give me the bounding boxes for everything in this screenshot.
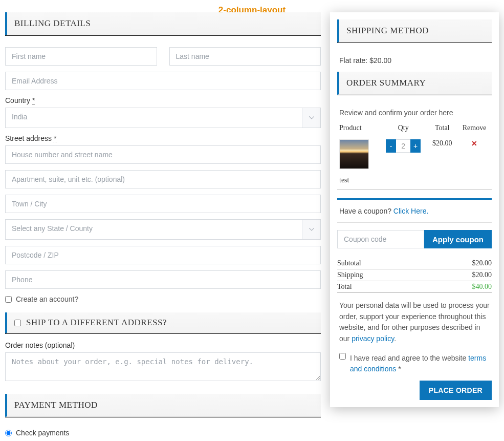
total-label: Total (337, 283, 352, 291)
divider (5, 417, 321, 417)
totals-block: Subtotal$20.00 Shipping$20.00 Total$40.0… (337, 258, 492, 293)
billing-column: BILLING DETAILS Country * India Street a… (5, 12, 321, 441)
country-select-value: India (6, 108, 302, 128)
col-qty: Qty (379, 119, 427, 137)
street-label: Street address * (5, 134, 321, 142)
privacy-note: Your personal data will be used to proce… (337, 293, 492, 347)
qty-minus-button[interactable]: - (386, 139, 396, 153)
chevron-down-icon (302, 220, 320, 239)
state-select[interactable]: Select any State / County (5, 219, 321, 240)
coupon-prompt: Have a coupon? Click Here. (337, 198, 492, 223)
order-notes-textarea[interactable] (5, 352, 321, 381)
required-asterisk: * (54, 134, 56, 143)
divider (337, 43, 492, 43)
col-remove: Remove (457, 119, 492, 137)
terms-text: I have read and agree to the website ter… (350, 353, 490, 374)
create-account-checkbox[interactable] (5, 296, 12, 303)
line-total: $20.00 (427, 137, 457, 174)
country-label: Country * (5, 96, 321, 104)
cart-row-name: test (337, 174, 492, 190)
payment-check-label: Check payments (16, 429, 69, 437)
shipping-method-line: Flat rate: $20.00 (337, 50, 492, 72)
divider (5, 333, 321, 334)
divider (337, 95, 492, 95)
apply-coupon-button[interactable]: Apply coupon (424, 230, 492, 248)
divider (5, 35, 321, 36)
privacy-link[interactable]: privacy policy (352, 334, 394, 343)
ship-different-heading: SHIP TO A DIFFERENT ADDRESS? (5, 312, 321, 333)
create-account-label: Create an account? (16, 295, 78, 303)
postcode-input[interactable] (5, 246, 321, 264)
chevron-down-icon (302, 108, 320, 128)
shipping-label: Shipping (337, 271, 363, 279)
coupon-input[interactable] (337, 230, 424, 248)
total-value: $40.00 (472, 283, 492, 291)
qty-plus-button[interactable]: + (410, 139, 421, 153)
city-input[interactable] (5, 195, 321, 213)
street1-input[interactable] (5, 145, 321, 164)
terms-checkbox[interactable] (339, 353, 346, 360)
coupon-prompt-text: Have a coupon? (339, 207, 393, 215)
first-name-input[interactable] (5, 47, 157, 66)
summary-column: SHIPPING METHOD Flat rate: $20.00 ORDER … (330, 12, 499, 407)
street2-input[interactable] (5, 170, 321, 188)
ship-different-checkbox[interactable] (14, 320, 21, 326)
phone-input[interactable] (5, 270, 321, 289)
billing-heading: BILLING DETAILS (5, 12, 321, 35)
order-summary-heading: ORDER SUMMARY (337, 72, 492, 95)
payment-heading: PAYMENT METHOD (5, 394, 321, 417)
shipping-method-heading: SHIPPING METHOD (337, 19, 492, 43)
qty-stepper: - + (381, 139, 425, 153)
required-asterisk: * (32, 96, 35, 105)
email-input[interactable] (5, 72, 321, 90)
coupon-toggle-link[interactable]: Click Here. (393, 207, 428, 215)
remove-button[interactable]: ✕ (457, 137, 492, 174)
subtotal-label: Subtotal (337, 259, 361, 267)
qty-input[interactable] (396, 139, 410, 153)
cart-table: Product Qty Total Remove - + (337, 119, 492, 190)
order-notes-label: Order notes (optional) (5, 341, 321, 349)
product-thumb[interactable] (339, 139, 369, 169)
payment-check-radio[interactable] (5, 430, 12, 436)
country-select[interactable]: India (5, 108, 321, 128)
shipping-value: $20.00 (472, 271, 492, 279)
place-order-button[interactable]: PLACE ORDER (420, 381, 492, 400)
state-select-placeholder: Select any State / County (6, 220, 302, 239)
cart-row: - + $20.00 ✕ (337, 137, 492, 174)
review-text: Review and confirm your order here (337, 102, 492, 119)
subtotal-value: $20.00 (472, 259, 492, 267)
ship-different-label: SHIP TO A DIFFERENT ADDRESS? (26, 318, 167, 328)
product-name: test (337, 174, 492, 190)
last-name-input[interactable] (169, 47, 321, 66)
col-total: Total (427, 119, 457, 137)
col-product: Product (337, 119, 379, 137)
